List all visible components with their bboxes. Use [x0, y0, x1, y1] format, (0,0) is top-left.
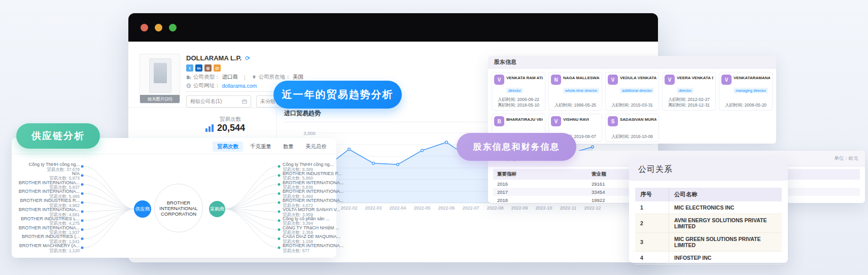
svg-text:2022-11: 2022-11	[560, 205, 576, 211]
supplier-list-item[interactable]: BROTHER INTERNATIONA...贸易次数: 5,466	[16, 189, 80, 199]
twitter-icon[interactable]: t	[186, 64, 193, 72]
buyer-list-item[interactable]: Công ty cổ phần sản ...贸易次数: 3,394	[283, 217, 349, 226]
role-badge: whole-time director	[563, 88, 599, 93]
shareholder-card: VVEDULA VENKATA RAM...additional directo…	[605, 72, 659, 111]
company-website-link[interactable]: dollarama.com	[222, 83, 257, 89]
center-company-node[interactable]: BROTHER INTERNATIONAL CORPORATION	[154, 184, 203, 232]
relations-table-header: 序号公司名称	[635, 188, 782, 201]
separator: |	[244, 74, 246, 80]
avatar: N	[551, 75, 561, 85]
buyer-list-item[interactable]: BROTHER INDUSTRIES P...贸易次数: 5,860	[283, 171, 349, 181]
supplier-list-item[interactable]: BROTHER INTERNATIONA...贸易次数: 5,837	[16, 181, 80, 190]
svg-text:2022-08: 2022-08	[487, 205, 503, 211]
relations-column-header: 公司名称	[669, 188, 782, 201]
avatar: V	[551, 116, 561, 126]
svg-text:2022-07: 2022-07	[462, 205, 479, 211]
trade-count-stat: 20,544	[205, 123, 245, 133]
relations-row[interactable]: 1MIC ELECTRONICS INC	[635, 201, 782, 214]
page: 相关图片(20) DOLLARAMA L.P. ⟳ tin◎@ 公司类型： 进口…	[0, 0, 868, 275]
product-photo	[149, 58, 171, 93]
buyer-list-item[interactable]: CASA DIAZ DE MAQUINA...贸易次数: 1,158	[283, 234, 349, 244]
tenure-dates: 入职时间: 1996-05-25	[549, 102, 602, 108]
similar-company-input[interactable]: 相似公司名(1)	[186, 95, 251, 108]
avatar: V	[721, 75, 732, 85]
email-icon[interactable]: @	[214, 64, 221, 72]
role-badge: director	[506, 88, 523, 93]
svg-text:2022-12: 2022-12	[584, 205, 601, 211]
tenure-dates: 入职时间: 2008-05-20	[719, 102, 772, 108]
company-website-label: 公司网址：	[193, 82, 220, 89]
supplier-list-item[interactable]: Công ty TNHH công ng...贸易次数: 37,678	[16, 162, 80, 172]
linkedin-icon[interactable]: in	[195, 64, 202, 72]
buyer-list-item[interactable]: BROTHER INTERNATIONA...贸易次数: 5,836	[283, 181, 349, 190]
shareholder-name: VEERA VENKATA SATYA...	[677, 76, 713, 85]
shareholder-name: VENKATA RAM ATLURI	[506, 76, 543, 85]
supply-chain-panel: 贸易次数千克重量数量美元总价 供应商 BROTHER INTERNATIONAL…	[12, 138, 336, 258]
avatar: B	[494, 116, 504, 126]
supplier-node[interactable]: 供应商	[134, 200, 151, 218]
buyer-node[interactable]: 采购商	[209, 201, 225, 217]
relations-row[interactable]: 2AVNI ENERGY SOLUTIONS PRIVATE LIMITED	[635, 214, 782, 233]
buyer-list-item[interactable]: BROTHER INTERNATIONA...贸易次数: 4,672	[283, 198, 349, 208]
supplier-list-item[interactable]: BROTHER INTERNATIONA...贸易次数: 4,681	[16, 208, 80, 217]
svg-text:2022-09: 2022-09	[511, 205, 528, 211]
svg-text:2022-10: 2022-10	[535, 205, 552, 211]
tenure-dates: 入职时间: 2015-03-31	[606, 102, 658, 108]
buyer-list-item[interactable]: BROTHER INTERNATIONA...贸易次数: 5,484	[283, 189, 349, 199]
supplier-list-item[interactable]: N/A贸易次数: 5,873	[16, 171, 80, 181]
svg-text:2022-05: 2022-05	[413, 205, 430, 211]
social-icons: tin◎@	[186, 64, 221, 72]
browser-titlebar	[128, 13, 658, 42]
buyer-list-item[interactable]: BROTHER INTERNATIONA...贸易次数: 577	[283, 244, 349, 253]
role-badge: managing director	[734, 88, 768, 93]
avatar: V	[665, 75, 675, 85]
supplier-list-item[interactable]: BROTHER INDUSTRIES L...贸易次数: 4,275	[16, 217, 80, 226]
related-images-label[interactable]: 相关图片(20)	[140, 95, 180, 103]
supplier-list-item[interactable]: BROTHER INTERNATIONA...贸易次数: 1,937	[16, 226, 80, 235]
supplier-list-item[interactable]: BROTHER MACHINERY (A...贸易次数: 1,120	[16, 244, 80, 253]
company-location-label: 公司所在地：	[259, 74, 291, 81]
company-type-value: 进口商	[222, 74, 238, 81]
location-icon	[252, 75, 257, 80]
svg-text:2022-03: 2022-03	[365, 205, 381, 211]
relations-table: 序号公司名称 1MIC ELECTRONICS INC2AVNI ENERGY …	[635, 188, 782, 264]
supplier-list-item[interactable]: BROTHER INDUSTRIES R...贸易次数: 4,962	[16, 198, 80, 208]
instagram-icon[interactable]: ◎	[204, 64, 212, 72]
shareholder-panel-title: 股东信息	[488, 56, 776, 68]
company-name: DOLLARAMA L.P.	[186, 54, 241, 62]
company-location-value: 美国	[293, 74, 303, 81]
shareholder-name: SADASIVAN MURALIKR...	[620, 117, 656, 126]
shareholder-name: NAGA MALLESWARA R...	[563, 76, 600, 85]
supplier-list-item[interactable]: BROTHER INDUSTRIES (...贸易次数: 1,541	[16, 234, 80, 244]
close-button[interactable]	[141, 24, 148, 31]
relations-panel: 公司关系 序号公司名称 1MIC ELECTRONICS INC2AVNI EN…	[629, 158, 788, 263]
svg-text:2022-04: 2022-04	[389, 205, 406, 211]
shareholder-name: VENKATARAMANA MAG...	[734, 76, 770, 85]
avatar: V	[494, 75, 504, 85]
svg-text:2022-06: 2022-06	[438, 205, 455, 211]
buyer-list-item[interactable]: CôNG TY TRáCH NHIệM ...贸易次数: 2,359	[283, 226, 349, 235]
shareholder-card: NNAGA MALLESWARA R...whole-time director…	[548, 72, 602, 111]
avatar: S	[608, 116, 618, 126]
company-title-row: DOLLARAMA L.P. ⟳	[186, 54, 250, 62]
company-product-image: 相关图片(20)	[140, 54, 180, 104]
trend-chart-title: 进口贸易趋势	[284, 109, 321, 118]
trade-count-value: 20,544	[217, 123, 245, 133]
buyer-list-item[interactable]: Công ty TNHH công ng...贸易次数: 8,389	[283, 162, 349, 172]
relations-row[interactable]: 3MIC GREEN SOLUTIONS PRIVATE LIMITED	[635, 233, 782, 252]
building-icon	[186, 75, 191, 80]
minimize-button[interactable]	[155, 24, 162, 31]
refresh-icon[interactable]: ⟳	[245, 55, 250, 62]
shareholder-panel: 股东信息 VVENKATA RAM ATLURIdirector入职时间: 20…	[488, 56, 776, 144]
shareholder-name: VEDULA VENKATA RAM...	[620, 76, 656, 85]
relations-row[interactable]: 4INFOSTEP INC	[635, 252, 782, 264]
supply-chain-badge: 供应链分析	[16, 123, 100, 149]
company-website-line: 公司网址： dollarama.com	[186, 82, 257, 89]
role-badge: director	[677, 88, 693, 93]
shareholder-name: VISHNU RAVI	[563, 117, 589, 126]
buyer-list-item[interactable]: VOLTA MOTOR SANAYİ V...贸易次数: 3,959	[283, 208, 349, 217]
tenure-dates: 入职时间: 2012-02-27离职时间: 2018-12-31	[663, 97, 715, 108]
shareholder-name: BHARATIRAJU VEGIRAJU	[506, 117, 543, 126]
financial-column-header: 重要指标	[493, 169, 587, 180]
zoom-button[interactable]	[169, 24, 177, 31]
